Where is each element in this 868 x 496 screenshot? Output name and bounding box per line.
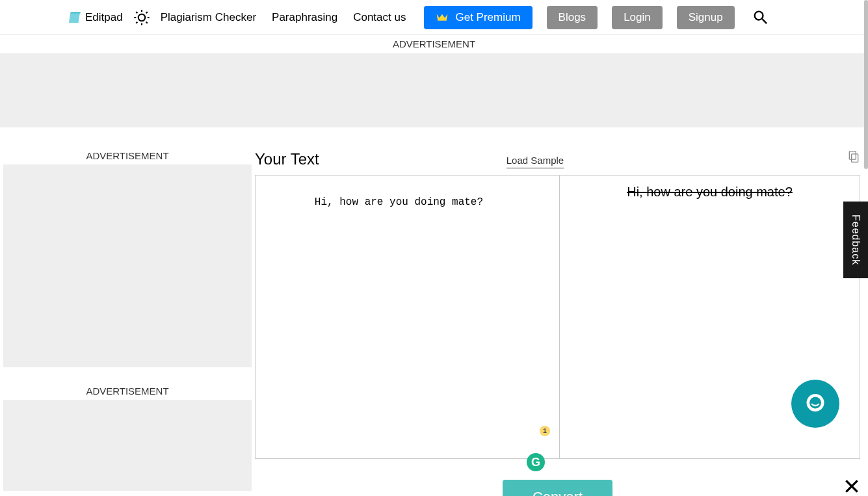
side-ad-2: ADVERTISEMENT [0, 385, 255, 491]
text-input[interactable]: Hi, how are you doing mate? G 1 [256, 176, 560, 458]
text-input-content: Hi, how are you doing mate? [315, 196, 483, 208]
grammarly-widget[interactable]: G 1 [527, 430, 546, 449]
side-ad-2-body [3, 400, 252, 491]
svg-rect-12 [849, 151, 856, 160]
svg-rect-0 [69, 12, 80, 23]
blogs-button[interactable]: Blogs [547, 6, 598, 29]
theme-toggle-icon[interactable] [132, 8, 151, 27]
side-ad-1: ADVERTISEMENT [0, 150, 255, 367]
side-ad-2-label: ADVERTISEMENT [0, 385, 255, 397]
main-nav: Plagiarism Checker Paraphrasing Contact … [161, 11, 406, 24]
output-text: Hi, how are you doing mate? [627, 185, 793, 200]
main-row: ADVERTISEMENT ADVERTISEMENT Your Text Lo… [0, 127, 868, 496]
scrollbar-thumb[interactable] [864, 0, 868, 169]
svg-point-2 [138, 14, 145, 21]
header-buttons: Blogs Login Signup [547, 6, 735, 29]
nav-contact[interactable]: Contact us [353, 11, 406, 24]
ad-top: ADVERTISEMENT [0, 35, 868, 127]
content-area: Your Text Load Sample Hi, how are you do… [255, 127, 868, 496]
svg-rect-11 [852, 154, 858, 163]
close-icon[interactable] [843, 478, 860, 495]
side-ad-1-label: ADVERTISEMENT [0, 150, 255, 161]
svg-line-8 [146, 21, 147, 23]
header: Editpad Plagiarism Checker Paraphrasing … [0, 0, 868, 35]
chat-button[interactable] [791, 380, 839, 428]
svg-rect-1 [71, 12, 81, 13]
login-button[interactable]: Login [612, 6, 663, 29]
get-premium-label: Get Premium [455, 11, 520, 24]
grammarly-badge: 1 [540, 426, 550, 436]
load-sample-link[interactable]: Load Sample [506, 155, 564, 168]
editor-header: Your Text Load Sample [255, 150, 860, 168]
notepad-icon [68, 10, 83, 25]
chat-icon [804, 392, 827, 415]
ad-top-body [0, 53, 868, 127]
logo[interactable]: Editpad [68, 10, 123, 25]
brand-name: Editpad [85, 11, 123, 24]
ad-top-label: ADVERTISEMENT [0, 35, 868, 53]
svg-line-10 [146, 12, 147, 13]
svg-line-7 [136, 12, 137, 13]
editor-wrap: Hi, how are you doing mate? G 1 Hi, how … [255, 175, 860, 459]
signup-button[interactable]: Signup [677, 6, 735, 29]
copy-icon[interactable] [847, 150, 860, 164]
grammarly-icon: G [527, 453, 545, 471]
side-ad-1-body [3, 164, 252, 367]
nav-paraphrase[interactable]: Paraphrasing [272, 11, 337, 24]
get-premium-button[interactable]: Get Premium [424, 6, 532, 29]
your-text-label: Your Text [255, 150, 319, 168]
left-sidebar: ADVERTISEMENT ADVERTISEMENT [0, 127, 255, 491]
search-icon[interactable] [752, 8, 770, 27]
crown-icon [436, 12, 449, 23]
scrollbar[interactable] [864, 0, 868, 496]
nav-plagiarism[interactable]: Plagiarism Checker [161, 11, 256, 24]
svg-line-9 [136, 21, 137, 23]
svg-point-14 [809, 397, 821, 409]
